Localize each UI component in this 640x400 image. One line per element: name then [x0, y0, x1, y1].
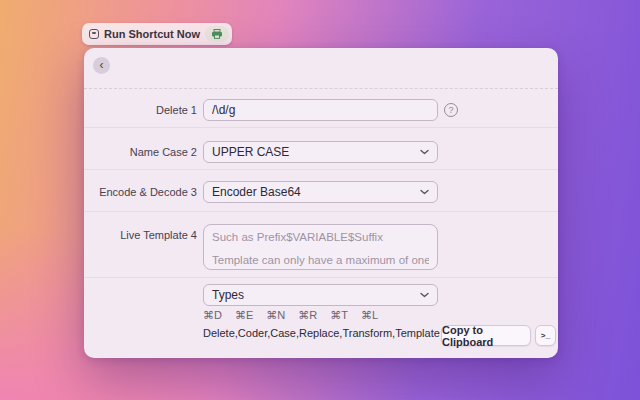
chevron-down-icon — [420, 189, 429, 195]
live-template-textarea[interactable]: Such as Prefix$VARIABLE$Suffix Template … — [203, 224, 438, 270]
encode-decode-label: Encode & Decode 3 — [84, 181, 197, 203]
row-divider — [84, 211, 558, 212]
name-case-label: Name Case 2 — [84, 141, 197, 163]
shortcut-hints: ⌘D ⌘E ⌘N ⌘R ⌘T ⌘L — [203, 309, 378, 322]
encode-decode-select[interactable]: Encoder Base64 — [203, 181, 438, 203]
terminal-button[interactable]: >_ — [535, 325, 556, 346]
copy-to-clipboard-button[interactable]: Copy to Clipboard — [441, 325, 531, 346]
result-text: Delete,Coder,Case,Replace,Transform,Temp… — [203, 327, 440, 339]
template-hint: Template can only have a maximum of one … — [212, 253, 429, 267]
template-placeholder: Such as Prefix$VARIABLE$Suffix — [212, 230, 429, 244]
row-divider — [84, 277, 558, 278]
header-divider — [84, 88, 558, 89]
shortcut-key: ⌘R — [298, 309, 317, 322]
delete-regex-input[interactable] — [203, 99, 438, 121]
name-case-value: UPPER CASE — [212, 145, 289, 159]
live-template-label: Live Template 4 — [84, 224, 197, 246]
shortcut-key: ⌘E — [235, 309, 253, 322]
shortcut-key: ⌘D — [203, 309, 222, 322]
chevron-down-icon — [420, 149, 429, 155]
shortcut-key: ⌘L — [361, 309, 378, 322]
run-shortcut-label: Run Shortcut Now — [104, 28, 200, 40]
encode-decode-value: Encoder Base64 — [212, 185, 301, 199]
shortcut-window: ‹ Delete 1 ? Name Case 2 UPPER CASE Enco… — [84, 48, 558, 358]
shortcut-key: ⌘T — [330, 309, 348, 322]
help-icon[interactable]: ? — [444, 103, 458, 117]
types-select[interactable]: Types — [203, 284, 438, 306]
print-button[interactable] — [205, 26, 229, 42]
types-value: Types — [212, 288, 244, 302]
shortcut-app-icon — [89, 29, 99, 39]
chevron-down-icon — [420, 292, 429, 298]
run-shortcut-pill[interactable]: Run Shortcut Now — [82, 23, 232, 45]
shortcut-key: ⌘N — [266, 309, 285, 322]
row-divider — [84, 127, 558, 128]
back-button[interactable]: ‹ — [93, 57, 110, 74]
delete-label: Delete 1 — [84, 99, 197, 121]
row-divider — [84, 169, 558, 170]
printer-icon — [211, 29, 223, 39]
name-case-select[interactable]: UPPER CASE — [203, 141, 438, 163]
